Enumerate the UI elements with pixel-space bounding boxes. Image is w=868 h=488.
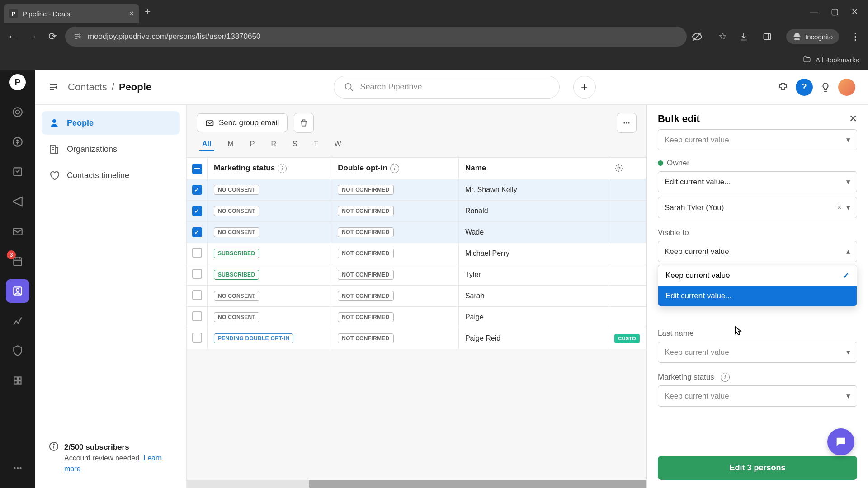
sidebar-item-people[interactable]: People — [42, 111, 180, 135]
star-icon[interactable]: ☆ — [716, 31, 730, 42]
dropdown-option-keep[interactable]: Keep current value ✓ — [658, 265, 857, 286]
alpha-filter[interactable]: M — [225, 138, 236, 151]
table-row[interactable]: ✓NO CONSENTNOT CONFIRMEDRonald — [187, 200, 646, 221]
rail-deals-icon[interactable] — [6, 130, 29, 154]
chat-fab[interactable] — [827, 428, 854, 455]
search-placeholder: Search Pipedrive — [360, 82, 422, 92]
alpha-filter[interactable]: P — [247, 138, 258, 151]
select-mkt[interactable]: Keep current value▾ — [658, 385, 857, 407]
table-row[interactable]: ✓NO CONSENTNOT CONFIRMEDMr. Shawn Kelly — [187, 179, 646, 200]
field-owner: Owner Edit current value...▾ Sarah Tyler… — [658, 159, 857, 218]
sidepanel-icon[interactable] — [763, 32, 777, 41]
submit-button[interactable]: Edit 3 persons — [658, 456, 857, 480]
search-input[interactable]: Search Pipedrive — [334, 76, 560, 99]
select-visible[interactable]: Keep current value▴ — [658, 241, 857, 262]
svg-rect-21 — [14, 381, 17, 384]
row-checkbox[interactable] — [192, 290, 202, 300]
rail-projects-icon[interactable] — [6, 160, 29, 183]
row-checkbox[interactable] — [192, 311, 202, 321]
sidebar-toggle-icon[interactable] — [48, 82, 59, 93]
table-row[interactable]: ✓NO CONSENTNOT CONFIRMEDWade — [187, 221, 646, 243]
alpha-filter[interactable]: All — [199, 138, 214, 151]
alpha-filter[interactable]: W — [331, 138, 344, 151]
alpha-filter[interactable]: S — [290, 138, 300, 151]
sidebar-item-timeline[interactable]: Contacts timeline — [42, 164, 180, 187]
help-button[interactable]: ? — [796, 79, 813, 96]
new-tab-button[interactable]: + — [145, 6, 151, 18]
rail-contacts-icon[interactable] — [6, 279, 29, 303]
row-checkbox[interactable] — [192, 269, 202, 279]
col-double-opt-in[interactable]: Double opt-ini — [331, 158, 459, 179]
marketing-status-pill: NO CONSENT — [214, 291, 259, 301]
chevron-down-icon: ▾ — [846, 203, 850, 212]
extensions-icon[interactable] — [778, 82, 788, 93]
topbar: Contacts / People Search Pipedrive + ? — [35, 70, 868, 105]
svg-rect-22 — [18, 381, 21, 384]
rail-products-icon[interactable] — [6, 339, 29, 362]
info-icon[interactable]: i — [721, 373, 730, 382]
add-button[interactable]: + — [573, 76, 596, 99]
rail-target-icon[interactable] — [6, 100, 29, 124]
table-scroll[interactable]: Marketing statusi Double opt-ini Name ✓N… — [187, 157, 646, 480]
svg-rect-39 — [207, 121, 213, 126]
info-icon[interactable]: i — [390, 164, 399, 173]
table-row[interactable]: SUBSCRIBEDNOT CONFIRMEDMichael Perry — [187, 243, 646, 264]
sidebar-item-organizations[interactable]: Organizations — [42, 137, 180, 161]
row-checkbox[interactable] — [192, 333, 202, 343]
table-row[interactable]: NO CONSENTNOT CONFIRMEDPaige — [187, 306, 646, 328]
download-icon[interactable] — [739, 32, 754, 41]
rail-mail-icon[interactable] — [6, 220, 29, 243]
col-marketing-status[interactable]: Marketing statusi — [208, 158, 331, 179]
forward-icon: → — [25, 31, 40, 42]
close-icon[interactable]: ✕ — [849, 113, 857, 125]
avatar[interactable] — [838, 79, 855, 96]
rail-marketplace-icon[interactable] — [6, 369, 29, 392]
rail-campaigns-icon[interactable] — [6, 190, 29, 213]
dropdown-option-edit[interactable]: Edit current value... — [658, 286, 857, 306]
more-options-button[interactable] — [617, 113, 637, 133]
logo[interactable]: P — [9, 74, 26, 90]
url-bar[interactable]: moodjoy.pipedrive.com/persons/list/user/… — [65, 27, 687, 47]
row-checkbox[interactable]: ✓ — [192, 206, 202, 216]
eye-off-icon[interactable] — [692, 32, 707, 42]
rail-activities-icon[interactable]: 3 — [6, 249, 29, 273]
select-top[interactable]: Keep current value▾ — [658, 129, 857, 150]
clear-icon[interactable]: × — [837, 203, 842, 212]
all-bookmarks-link[interactable]: All Bookmarks — [816, 56, 859, 64]
scroll-thumb[interactable] — [309, 480, 646, 488]
table-row[interactable]: PENDING DOUBLE OPT-INNOT CONFIRMEDPaige … — [187, 328, 646, 349]
delete-button[interactable] — [294, 113, 314, 133]
select-owner-mode[interactable]: Edit current value...▾ — [658, 171, 857, 192]
bulb-icon[interactable] — [820, 82, 831, 93]
col-settings[interactable] — [608, 158, 646, 179]
table-row[interactable]: NO CONSENTNOT CONFIRMEDSarah — [187, 285, 646, 306]
maximize-icon[interactable]: ▢ — [831, 7, 839, 17]
close-icon[interactable]: × — [129, 9, 134, 19]
select-owner-value[interactable]: Sarah Tyler (You) ×▾ — [658, 197, 857, 218]
alpha-filter[interactable]: T — [311, 138, 321, 151]
row-checkbox[interactable]: ✓ — [192, 227, 202, 237]
rail-insights-icon[interactable] — [6, 309, 29, 333]
contact-name: Wade — [458, 221, 608, 243]
reload-icon[interactable]: ⟳ — [45, 31, 60, 42]
info-icon[interactable]: i — [278, 164, 287, 173]
minimize-icon[interactable]: — — [810, 7, 818, 17]
browser-tab[interactable]: P Pipeline - Deals × — [4, 4, 139, 23]
menu-icon[interactable]: ⋮ — [848, 31, 863, 42]
incognito-indicator[interactable]: Incognito — [786, 29, 839, 44]
table-row[interactable]: SUBSCRIBEDNOT CONFIRMEDTyler — [187, 264, 646, 285]
row-checkbox[interactable]: ✓ — [192, 185, 202, 195]
select-lastname[interactable]: Keep current value▾ — [658, 342, 857, 363]
rail-more-icon[interactable] — [6, 456, 29, 480]
select-all-checkbox[interactable] — [192, 164, 202, 174]
row-checkbox[interactable] — [192, 248, 202, 258]
chevron-down-icon: ▾ — [846, 177, 850, 187]
close-window-icon[interactable]: ✕ — [851, 7, 858, 17]
back-icon[interactable]: ← — [5, 31, 20, 42]
alpha-filter[interactable]: R — [268, 138, 279, 151]
breadcrumb-parent[interactable]: Contacts — [68, 81, 107, 93]
col-name[interactable]: Name — [458, 158, 608, 179]
horizontal-scrollbar[interactable] — [187, 480, 646, 488]
send-group-email-button[interactable]: Send group email — [197, 113, 288, 132]
site-settings-icon[interactable] — [73, 33, 81, 41]
